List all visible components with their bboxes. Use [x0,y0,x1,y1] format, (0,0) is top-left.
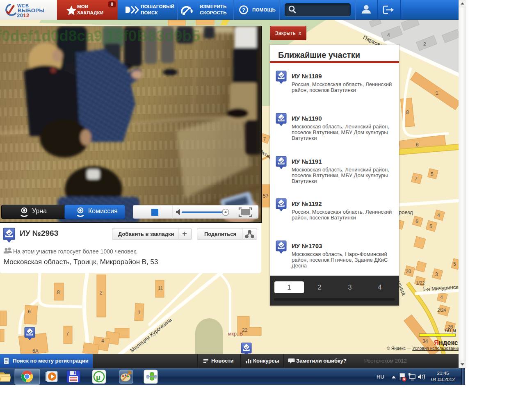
svg-text:4: 4 [387,32,390,38]
svg-text:7: 7 [66,331,69,337]
svg-text:1/22: 1/22 [416,281,425,285]
svg-text:57: 57 [263,193,269,199]
svg-text:1: 1 [138,310,141,315]
svg-text:1: 1 [436,90,438,96]
svg-text:8: 8 [406,110,409,115]
svg-text:5: 5 [429,224,432,229]
svg-text:2: 2 [100,290,103,296]
svg-text:5: 5 [453,261,456,267]
svg-text:60 м: 60 м [445,327,456,333]
svg-text:34: 34 [422,338,428,344]
svg-text:4: 4 [437,212,440,218]
svg-text:6: 6 [416,142,419,148]
svg-text:?: ? [242,7,245,13]
svg-text:© Яндекс — Условия использован: © Яндекс — Условия использования [387,346,459,351]
svg-text:2/24: 2/24 [437,308,446,313]
svg-text:5: 5 [431,171,434,177]
svg-text:7: 7 [263,137,266,142]
svg-text:f0def1d0d8ca9 13f0B83d9b5: f0def1d0d8ca9 13f0B83d9b5 [0,27,200,44]
svg-text:7: 7 [415,176,418,182]
svg-text:4: 4 [440,294,443,300]
svg-text:RU: RU [377,374,384,380]
svg-text:20: 20 [406,269,411,274]
svg-text:6: 6 [28,309,31,315]
svg-text:2: 2 [423,41,426,47]
svg-text:6: 6 [415,219,418,224]
svg-text:8: 8 [57,290,60,295]
svg-text:11: 11 [158,285,163,291]
svg-text:µ: µ [96,373,100,381]
svg-text:мкр. В: мкр. В [228,331,243,337]
svg-text:4: 4 [101,338,104,344]
svg-text:3: 3 [435,272,438,277]
svg-text:6А: 6А [32,348,39,354]
svg-text:роезд: роезд [399,209,413,215]
svg-text:Яндекс: Яндекс [434,339,458,346]
